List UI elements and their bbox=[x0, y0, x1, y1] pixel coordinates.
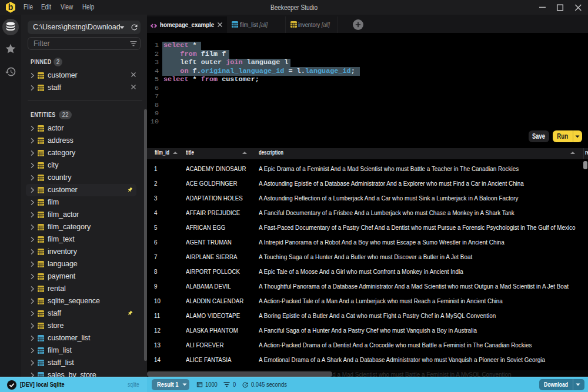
svg-text:b: b bbox=[8, 2, 14, 12]
